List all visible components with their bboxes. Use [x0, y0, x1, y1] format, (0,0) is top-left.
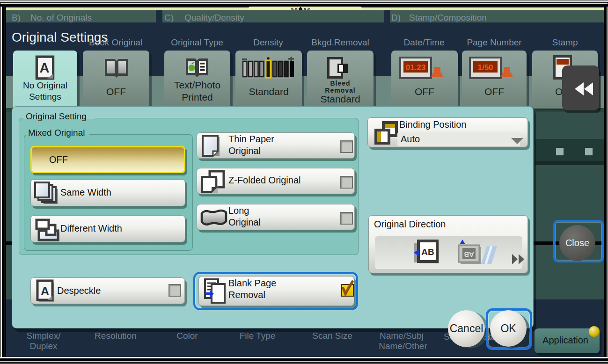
svg-text:AB: AB: [421, 247, 434, 257]
svg-text:01.23: 01.23: [406, 63, 426, 72]
svg-text:AB: AB: [464, 251, 474, 259]
svg-text:A: A: [41, 284, 49, 298]
svg-text:A: A: [39, 60, 49, 75]
svg-text:1/50: 1/50: [477, 63, 493, 72]
